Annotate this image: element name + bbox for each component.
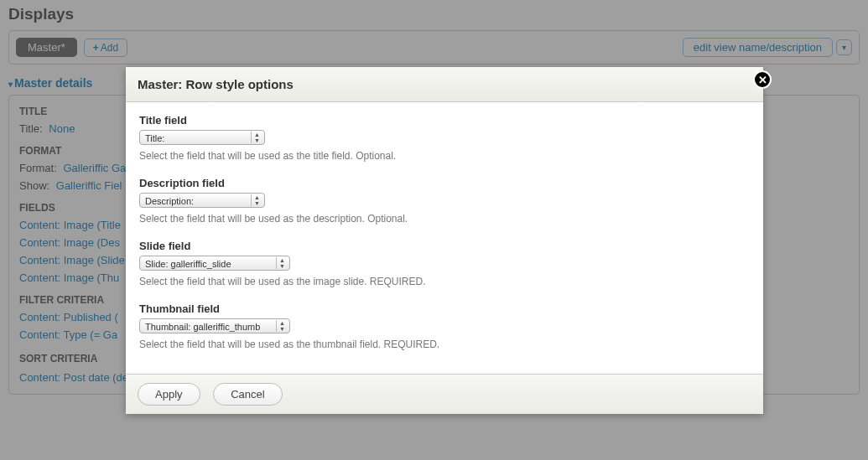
slide-field-select[interactable]: Slide: galleriffic_slide ▲▼	[139, 256, 290, 271]
description-field-select[interactable]: Description: ▲▼	[139, 193, 265, 208]
title-field-help: Select the field that will be used as th…	[139, 150, 750, 162]
row-style-modal: ✕ Master: Row style options Title field …	[126, 67, 763, 414]
modal-title: Master: Row style options	[138, 77, 751, 91]
select-value: Thumbnail: galleriffic_thumb	[145, 322, 260, 332]
apply-button[interactable]: Apply	[138, 383, 200, 406]
slide-field-help: Select the field that will be used as th…	[139, 276, 750, 287]
slide-field-label: Slide field	[139, 240, 750, 252]
close-icon[interactable]: ✕	[753, 70, 772, 89]
title-field-label: Title field	[139, 114, 750, 127]
select-value: Slide: galleriffic_slide	[145, 259, 231, 269]
select-value: Title:	[145, 133, 164, 143]
select-stepper-icon: ▲▼	[276, 320, 288, 332]
select-stepper-icon: ▲▼	[276, 257, 288, 269]
select-value: Description:	[145, 196, 194, 206]
title-field-select[interactable]: Title: ▲▼	[139, 130, 265, 145]
thumbnail-field-label: Thumbnail field	[139, 302, 750, 315]
thumbnail-field-select[interactable]: Thumbnail: galleriffic_thumb ▲▼	[139, 318, 290, 333]
thumbnail-field-help: Select the field that will be used as th…	[139, 339, 750, 350]
description-field-help: Select the field that will be used as th…	[139, 213, 750, 225]
select-stepper-icon: ▲▼	[251, 194, 262, 206]
select-stepper-icon: ▲▼	[251, 132, 262, 143]
description-field-label: Description field	[139, 177, 750, 189]
cancel-button[interactable]: Cancel	[213, 383, 282, 406]
